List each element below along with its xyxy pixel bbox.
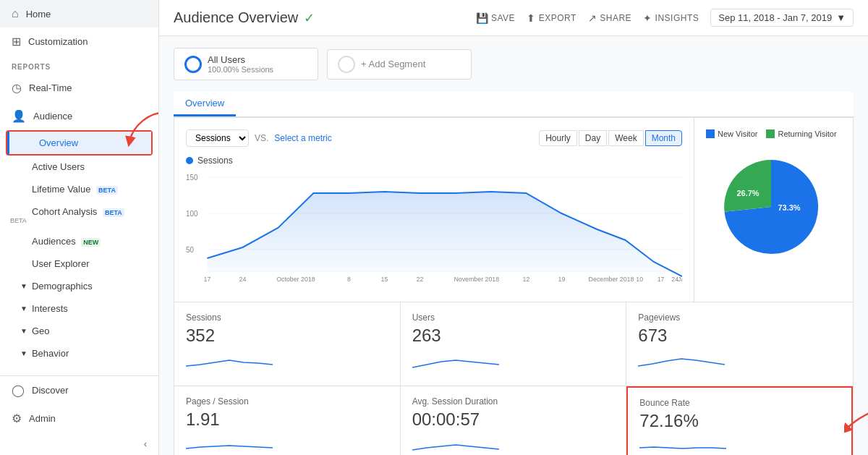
week-button[interactable]: Week xyxy=(608,130,643,146)
pages-session-sparkline xyxy=(186,435,273,455)
pie-chart-section: New Visitor Returning Visitor xyxy=(694,118,853,302)
svg-text:73.3%: 73.3% xyxy=(778,203,800,212)
sidebar-item-realtime-label: Real-Time xyxy=(29,82,72,93)
save-button[interactable]: 💾 SAVE xyxy=(476,12,516,24)
bounce-rate-sparkline xyxy=(639,437,726,455)
sidebar-sub-item-lifetime-value[interactable]: Lifetime Value BETA xyxy=(0,178,158,200)
returning-visitor-color xyxy=(766,129,775,138)
chart-controls: Sessions VS. Select a metric Hourly Day … xyxy=(186,129,682,147)
add-segment-button[interactable]: + Add Segment xyxy=(327,49,472,80)
discover-icon: ◯ xyxy=(12,383,25,397)
sidebar-item-realtime[interactable]: ◷ Real-Time xyxy=(0,74,158,102)
segment-circle xyxy=(184,56,202,73)
content-area: All Users 100.00% Sessions + Add Segment… xyxy=(159,36,868,455)
tab-overview[interactable]: Overview xyxy=(174,92,236,116)
svg-text:15: 15 xyxy=(380,276,388,283)
svg-text:12: 12 xyxy=(522,276,529,283)
sidebar-sub-item-user-explorer[interactable]: User Explorer xyxy=(0,252,158,275)
clock-icon: ◷ xyxy=(12,81,22,95)
pie-legend: New Visitor Returning Visitor xyxy=(706,129,841,138)
sidebar-item-admin[interactable]: ⚙ Admin xyxy=(0,404,158,433)
date-range-picker[interactable]: Sep 11, 2018 - Jan 7, 2019 ▼ xyxy=(710,9,854,27)
caret-icon: ▼ xyxy=(20,349,27,357)
avg-session-sparkline xyxy=(412,435,499,455)
segment-bar: All Users 100.00% Sessions + Add Segment xyxy=(174,48,854,80)
sidebar-item-home-label: Home xyxy=(26,9,51,20)
metric-pageviews: Pageviews 673 xyxy=(626,302,853,386)
caret-icon: ▼ xyxy=(20,327,27,335)
home-icon: ⌂ xyxy=(12,7,19,20)
share-button[interactable]: ↗ SHARE xyxy=(588,12,631,24)
customization-icon: ⊞ xyxy=(12,35,21,48)
export-button[interactable]: ⬆ EXPORT xyxy=(527,12,576,24)
sessions-legend: Sessions xyxy=(186,156,682,166)
pageviews-sparkline xyxy=(638,352,725,373)
tab-bar: Overview xyxy=(174,92,854,117)
month-button[interactable]: Month xyxy=(645,130,682,146)
svg-text:Janua...: Janua... xyxy=(678,276,682,283)
metric-sessions: Sessions 352 xyxy=(174,302,401,386)
sidebar: ⌂ Home ⊞ Customization REPORTS ◷ Real-Ti… xyxy=(0,0,159,455)
sessions-dot xyxy=(186,157,193,164)
date-range-caret: ▼ xyxy=(836,12,846,23)
sidebar-section-behavior[interactable]: ▼ Behavior xyxy=(0,342,158,365)
pie-chart-svg: 73.3% 26.7% xyxy=(706,145,836,261)
svg-text:17: 17 xyxy=(658,276,665,283)
sidebar-sub-item-cohort[interactable]: Cohort Analysis BETA BETA xyxy=(0,200,158,230)
new-visitor-color xyxy=(706,129,715,138)
sidebar-item-audience-label: Audience xyxy=(33,111,72,122)
all-users-segment[interactable]: All Users 100.00% Sessions xyxy=(174,48,318,80)
metric-pages-session: Pages / Session 1.91 xyxy=(174,386,401,455)
export-icon: ⬆ xyxy=(527,12,536,24)
sidebar-sub-item-audiences[interactable]: Audiences NEW xyxy=(0,230,158,252)
caret-icon: ▼ xyxy=(20,282,27,290)
line-chart: 150 100 50 xyxy=(186,171,682,284)
svg-text:100: 100 xyxy=(186,210,198,218)
svg-text:8: 8 xyxy=(347,276,351,283)
svg-text:22: 22 xyxy=(416,276,423,283)
svg-text:17: 17 xyxy=(203,276,210,283)
hourly-button[interactable]: Hourly xyxy=(539,130,577,146)
insights-icon: ✦ xyxy=(643,12,652,24)
audiences-badge: NEW xyxy=(81,238,101,247)
metrics-grid: Sessions 352 Users 263 Pageviews xyxy=(174,302,853,455)
metric-users: Users 263 xyxy=(401,302,627,386)
chart-pie-row: Sessions VS. Select a metric Hourly Day … xyxy=(174,117,854,302)
verified-icon: ✓ xyxy=(304,10,315,26)
gear-icon: ⚙ xyxy=(12,412,22,425)
metrics-section: Sessions 352 Users 263 Pageviews xyxy=(174,302,854,455)
sidebar-item-home[interactable]: ⌂ Home xyxy=(0,0,158,27)
sidebar-section-geo[interactable]: ▼ Geo xyxy=(0,320,158,342)
svg-text:December 2018: December 2018 xyxy=(589,276,634,283)
svg-text:26.7%: 26.7% xyxy=(736,189,759,197)
insights-button[interactable]: ✦ INSIGHTS xyxy=(643,12,699,24)
sidebar-item-customization[interactable]: ⊞ Customization xyxy=(0,27,158,56)
sidebar-section-demographics[interactable]: ▼ Demographics xyxy=(0,275,158,297)
metric-avg-session: Avg. Session Duration 00:00:57 xyxy=(401,386,627,455)
metric-bounce-rate: Bounce Rate 72.16% xyxy=(626,386,853,455)
svg-text:10: 10 xyxy=(636,276,643,283)
time-buttons: Hourly Day Week Month xyxy=(539,130,682,146)
sidebar-item-discover[interactable]: ◯ Discover xyxy=(0,376,158,404)
sidebar-item-customization-label: Customization xyxy=(28,36,88,47)
users-sparkline xyxy=(412,352,499,373)
page-header: Audience Overview ✓ 💾 SAVE ⬆ EXPORT ↗ SH… xyxy=(159,0,868,36)
day-button[interactable]: Day xyxy=(579,130,607,146)
cohort-badge: BETA xyxy=(103,208,124,217)
page-title: Audience Overview ✓ xyxy=(174,9,315,26)
sidebar-item-audience[interactable]: 👤 Audience xyxy=(0,102,158,130)
sidebar-sub-item-overview[interactable]: Overview xyxy=(7,132,151,154)
svg-text:November 2018: November 2018 xyxy=(454,276,499,283)
add-segment-circle xyxy=(338,56,355,73)
sidebar-collapse-button[interactable]: ‹ xyxy=(0,433,158,455)
header-actions: 💾 SAVE ⬆ EXPORT ↗ SHARE ✦ INSIGHTS Sep 1… xyxy=(476,9,854,27)
svg-text:19: 19 xyxy=(558,276,565,283)
lifetime-value-badge: BETA xyxy=(96,186,118,195)
save-icon: 💾 xyxy=(476,12,489,24)
metric-select-dropdown[interactable]: Sessions xyxy=(186,129,249,147)
svg-text:24: 24 xyxy=(239,276,246,283)
sidebar-sub-item-active-users[interactable]: Active Users xyxy=(0,156,158,178)
share-icon: ↗ xyxy=(588,12,597,24)
sidebar-section-interests[interactable]: ▼ Interests xyxy=(0,297,158,320)
reports-label: REPORTS xyxy=(0,56,158,74)
